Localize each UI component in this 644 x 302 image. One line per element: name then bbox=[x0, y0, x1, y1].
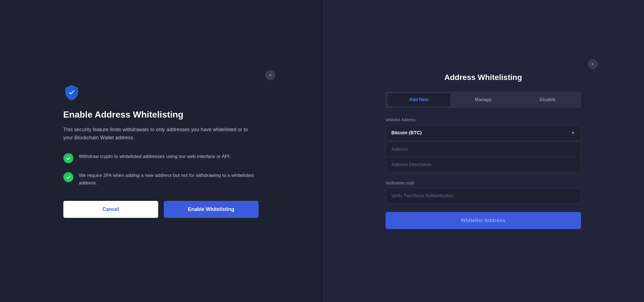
feature-item-2: We require 2FA when adding a new address… bbox=[63, 172, 259, 187]
feature-text-2: We require 2FA when adding a new address… bbox=[79, 172, 259, 187]
currency-value: Bitcoin (BTC) bbox=[391, 130, 422, 136]
currency-select[interactable]: Bitcoin (BTC) ▼ bbox=[386, 125, 581, 141]
left-modal: × Enable Address Whitelisting This secur… bbox=[47, 70, 275, 232]
close-button-left[interactable]: × bbox=[265, 70, 275, 80]
right-panel: × Address Whitelisting Add New Manage Di… bbox=[322, 0, 644, 302]
modal-description: This security feature limits withdrawals… bbox=[63, 126, 259, 142]
verification-input[interactable] bbox=[386, 188, 581, 204]
feature-text-1: Withdraw crypto to whitelisted addresses… bbox=[79, 153, 231, 160]
dropdown-arrow-icon: ▼ bbox=[571, 131, 575, 135]
tab-disable[interactable]: Disable bbox=[516, 93, 579, 106]
verification-section: Verification code bbox=[386, 181, 581, 204]
address-fields bbox=[386, 142, 581, 172]
feature-list: Withdraw crypto to whitelisted addresses… bbox=[63, 153, 259, 187]
address-input[interactable] bbox=[386, 142, 581, 157]
modal-title: Enable Address Whitelisting bbox=[63, 109, 259, 120]
right-modal: × Address Whitelisting Add New Manage Di… bbox=[369, 59, 598, 243]
close-button-right[interactable]: × bbox=[588, 59, 598, 69]
whitelist-address-label: Whitelist Address bbox=[386, 118, 581, 122]
tab-manage[interactable]: Manage bbox=[451, 93, 515, 106]
check-circle-2 bbox=[63, 172, 73, 182]
left-panel: × Enable Address Whitelisting This secur… bbox=[0, 0, 322, 302]
verification-label: Verification code bbox=[386, 181, 581, 185]
whitelist-address-button[interactable]: Whitelist Address bbox=[386, 212, 581, 229]
button-row: Cancel Enable Whitelisting bbox=[63, 201, 259, 218]
enable-whitelisting-button[interactable]: Enable Whitelisting bbox=[164, 201, 259, 218]
check-circle-1 bbox=[63, 153, 73, 163]
right-modal-title: Address Whitelisting bbox=[386, 73, 581, 82]
tab-group: Add New Manage Disable bbox=[386, 92, 581, 108]
shield-icon bbox=[63, 84, 80, 101]
feature-item-1: Withdraw crypto to whitelisted addresses… bbox=[63, 153, 259, 163]
tab-add-new[interactable]: Add New bbox=[387, 93, 451, 106]
page-container: × Enable Address Whitelisting This secur… bbox=[0, 0, 644, 302]
currency-select-container: Bitcoin (BTC) ▼ bbox=[386, 125, 581, 141]
address-description-input[interactable] bbox=[386, 157, 581, 172]
cancel-button[interactable]: Cancel bbox=[63, 201, 158, 218]
